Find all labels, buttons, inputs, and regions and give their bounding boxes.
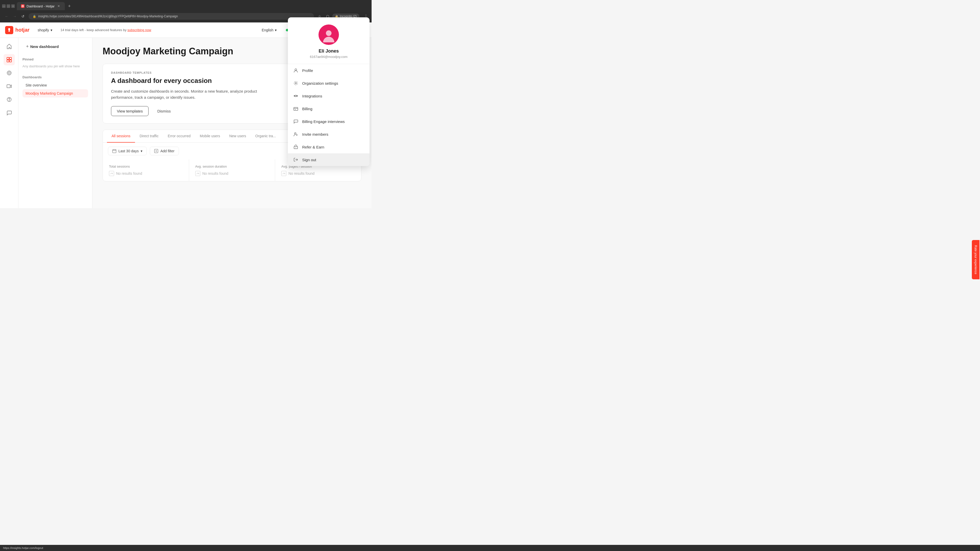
refer-earn-icon: [293, 144, 299, 150]
org-settings-label: Organization settings: [302, 81, 338, 86]
stat-total-sessions: Total sessions No results found: [103, 159, 189, 181]
site-name: shopify: [38, 28, 49, 32]
svg-rect-33: [294, 107, 298, 110]
plus-icon: +: [26, 44, 29, 49]
reload-btn[interactable]: ↺: [19, 13, 27, 20]
svg-rect-9: [10, 57, 11, 59]
sidebar-item-heatmaps[interactable]: [3, 67, 15, 79]
url-bar[interactable]: 🔒 insights.hotjar.com/sites/3814994/dash…: [29, 13, 314, 20]
no-results-icon-2: [195, 171, 200, 176]
dropdown-item-profile[interactable]: Profile: [288, 64, 369, 77]
org-settings-icon: [293, 80, 299, 86]
tab-error-occurred[interactable]: Error occurred: [163, 130, 195, 143]
trial-link[interactable]: subscribing now: [127, 28, 151, 32]
billing-label: Billing: [302, 106, 312, 111]
dropdown-item-org-settings[interactable]: Organization settings: [288, 77, 369, 89]
tab-title: Dashboard - Hotjar: [27, 4, 55, 8]
svg-rect-10: [7, 60, 9, 62]
billing-engage-label: Billing Engage interviews: [302, 119, 345, 124]
svg-point-12: [7, 71, 11, 75]
tab-favicon: [21, 4, 24, 8]
user-name: Eli Jones: [318, 48, 339, 54]
dashboards-section: Dashboards Site overview Moodjoy Marketi…: [18, 71, 92, 100]
dropdown-item-refer-earn[interactable]: Refer & Earn: [288, 141, 369, 153]
svg-point-16: [9, 100, 10, 101]
view-templates-btn[interactable]: View templates: [111, 106, 148, 116]
dropdown-item-billing-engage[interactable]: Billing Engage interviews: [288, 115, 369, 128]
tab-mobile-users[interactable]: Mobile users: [195, 130, 224, 143]
lang-chevron-icon: ▾: [275, 28, 277, 32]
dropdown-item-sign-out[interactable]: Sign out: [288, 153, 369, 166]
stat-avg-duration: Avg. session duration No results found: [189, 159, 275, 181]
tab-all-sessions[interactable]: All sessions: [107, 130, 135, 143]
sidebar-item-recordings[interactable]: [3, 81, 15, 92]
dismiss-btn[interactable]: Dismiss: [151, 106, 177, 116]
chevron-down-icon: ▾: [51, 28, 52, 32]
window-close[interactable]: ✕: [11, 4, 15, 8]
dashboard-item-moodjoy[interactable]: Moodjoy Marketing Campaign: [22, 89, 88, 97]
no-results-icon: [109, 171, 114, 176]
tab-organic-traffic[interactable]: Organic tra...: [251, 130, 280, 143]
svg-point-1: [22, 6, 23, 6]
tab-direct-traffic[interactable]: Direct traffic: [135, 130, 163, 143]
stat-duration-value: No results found: [195, 171, 269, 176]
sidebar-item-feedback[interactable]: [3, 107, 15, 118]
url-text: insights.hotjar.com/sites/3814994/dashbo…: [38, 14, 310, 18]
dropdown-item-billing[interactable]: Billing: [288, 102, 369, 115]
tab-new-users[interactable]: New users: [224, 130, 251, 143]
svg-point-28: [326, 30, 331, 36]
new-dashboard-label: New dashboard: [30, 44, 59, 49]
dashboard-item-site-overview[interactable]: Site overview: [22, 81, 88, 89]
sidebar-item-dashboard[interactable]: [3, 54, 15, 65]
integrations-label: Integrations: [302, 94, 322, 98]
stat-pages-value: No results found: [281, 171, 355, 176]
language-label: English: [262, 28, 273, 32]
user-email: 6167ae94@moodjoy.com: [310, 55, 347, 59]
new-tab-btn[interactable]: +: [66, 3, 73, 10]
template-label: DASHBOARD TEMPLATES: [111, 71, 269, 74]
trial-notice: 14 trial days left - keep advanced featu…: [60, 28, 254, 32]
refer-earn-label: Refer & Earn: [302, 145, 325, 149]
add-filter-btn[interactable]: Add filter: [150, 147, 179, 156]
sign-out-icon: [293, 157, 299, 162]
stat-duration-label: Avg. session duration: [195, 165, 269, 168]
logo-text: hotjar: [15, 27, 30, 33]
user-dropdown: Eli Jones 6167ae94@moodjoy.com Profile O…: [288, 17, 369, 166]
user-avatar-large: [318, 24, 339, 45]
dropdown-item-integrations[interactable]: Integrations: [288, 89, 369, 102]
template-title: A dashboard for every occasion: [111, 77, 269, 85]
language-selector[interactable]: English ▾: [259, 27, 280, 34]
tab-close-btn[interactable]: ✕: [57, 4, 61, 8]
svg-point-30: [295, 83, 297, 84]
dashboards-title: Dashboards: [22, 75, 88, 79]
site-selector[interactable]: shopify ▾: [35, 27, 56, 34]
date-chevron-icon: ▾: [141, 149, 142, 153]
profile-icon: [293, 68, 299, 73]
svg-rect-14: [7, 85, 10, 88]
add-filter-label: Add filter: [160, 149, 174, 153]
pinned-title: Pinned: [22, 57, 88, 61]
svg-point-13: [8, 72, 10, 74]
billing-icon: [293, 106, 299, 111]
sidebar-item-home[interactable]: [3, 41, 15, 52]
profile-label: Profile: [302, 68, 313, 73]
browser-tab-active[interactable]: Dashboard - Hotjar ✕: [17, 2, 65, 10]
svg-point-29: [295, 69, 297, 71]
invite-members-icon: [293, 131, 299, 137]
forward-btn[interactable]: →: [11, 13, 18, 20]
svg-point-34: [294, 133, 296, 134]
window-maximize[interactable]: □: [6, 4, 10, 8]
date-filter-btn[interactable]: Last 30 days ▾: [108, 147, 147, 156]
pinned-section: Pinned Any dashboards you pin will show …: [18, 56, 92, 71]
date-filter-label: Last 30 days: [118, 149, 138, 153]
dropdown-item-invite-members[interactable]: Invite members: [288, 128, 369, 141]
sign-out-label: Sign out: [302, 158, 316, 162]
user-dropdown-header: Eli Jones 6167ae94@moodjoy.com: [288, 17, 369, 64]
new-dashboard-btn[interactable]: + New dashboard: [22, 42, 62, 51]
sidebar-item-surveys[interactable]: [3, 94, 15, 105]
invite-members-label: Invite members: [302, 132, 328, 137]
back-btn[interactable]: ←: [3, 13, 10, 20]
stat-total-label: Total sessions: [109, 165, 183, 168]
integrations-icon: [293, 93, 299, 99]
window-minimize[interactable]: —: [2, 4, 6, 8]
